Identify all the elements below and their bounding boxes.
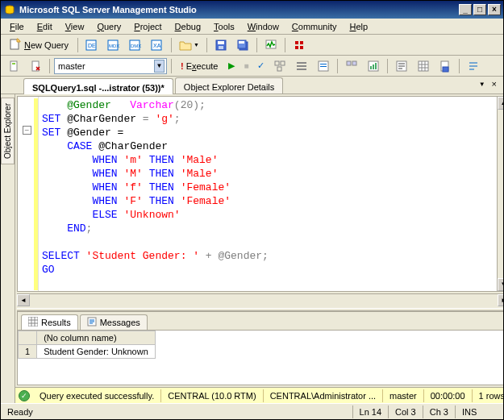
- db-info: master: [383, 389, 424, 402]
- scroll-right-icon[interactable]: ►: [498, 294, 504, 306]
- svg-rect-19: [295, 46, 298, 49]
- maximize-button[interactable]: □: [473, 4, 486, 15]
- open-file-button[interactable]: ▼: [176, 36, 202, 54]
- horizontal-scrollbar[interactable]: ◄ ►: [17, 293, 504, 306]
- svg-rect-33: [347, 61, 351, 65]
- query-status-message: Query executed successfully.: [33, 389, 161, 402]
- menu-file[interactable]: File: [4, 20, 30, 33]
- success-icon: ✓: [19, 390, 30, 401]
- svg-rect-28: [297, 65, 306, 67]
- debug-button[interactable]: ▶: [225, 57, 238, 75]
- menu-bar: File Edit View Query Project Debug Tools…: [1, 19, 503, 35]
- active-files-dropdown-icon[interactable]: ▼: [477, 79, 487, 89]
- new-mdx-query-button[interactable]: MDX: [104, 36, 123, 54]
- messages-tab[interactable]: Messages: [80, 314, 148, 330]
- svg-rect-26: [277, 67, 281, 71]
- window-title: Microsoft SQL Server Management Studio: [19, 5, 457, 15]
- svg-rect-36: [370, 66, 372, 69]
- new-xmla-query-button[interactable]: XA: [148, 36, 167, 54]
- sql-editor-toolbar: master ▼ ! Execute ▶ ■ ✓: [1, 56, 503, 77]
- query-options-button[interactable]: [292, 57, 311, 75]
- scroll-up-icon[interactable]: ▲: [498, 97, 504, 110]
- svg-text:XA: XA: [153, 43, 161, 48]
- messages-icon: [87, 317, 97, 328]
- cancel-executing-button[interactable]: ■: [240, 57, 252, 75]
- svg-text:DE: DE: [88, 43, 96, 48]
- standard-toolbar: New Query DE MDX DMX XA ▼: [1, 35, 503, 56]
- parse-button[interactable]: ✓: [254, 57, 268, 75]
- display-estimated-plan-button[interactable]: [270, 57, 289, 75]
- new-de-query-button[interactable]: DE: [82, 36, 102, 54]
- scroll-left-icon[interactable]: ◄: [17, 294, 30, 306]
- fold-icon[interactable]: −: [23, 126, 31, 135]
- include-actual-plan-button[interactable]: [342, 57, 361, 75]
- menu-view[interactable]: View: [60, 20, 90, 33]
- work-area: Object Explorer − @Gender Varchar(20); S…: [1, 94, 503, 403]
- minimize-button[interactable]: _: [459, 4, 472, 15]
- svg-rect-38: [375, 63, 377, 69]
- menu-window[interactable]: Window: [242, 20, 285, 33]
- svg-rect-25: [281, 61, 285, 65]
- svg-rect-24: [275, 61, 279, 65]
- object-explorer-tab[interactable]: Object Explorer: [1, 98, 15, 164]
- new-query-button[interactable]: New Query: [4, 36, 73, 54]
- column-header[interactable]: (No column name): [37, 331, 156, 345]
- menu-help[interactable]: Help: [344, 20, 374, 33]
- new-query-icon: [9, 38, 22, 52]
- status-ch: Ch 3: [423, 405, 455, 418]
- svg-rect-21: [10, 61, 17, 71]
- svg-rect-27: [297, 62, 306, 64]
- execute-icon: !: [181, 61, 184, 71]
- tab-sqlquery1[interactable]: SQLQuery1.sql -...istrator (53))*: [23, 78, 173, 94]
- intellisense-button[interactable]: [314, 57, 333, 75]
- svg-rect-32: [320, 66, 327, 67]
- change-connection-button[interactable]: [26, 57, 45, 75]
- vertical-scrollbar[interactable]: ▲ ▼: [497, 97, 504, 291]
- menu-project[interactable]: Project: [128, 20, 167, 33]
- status-line: Ln 14: [352, 405, 389, 418]
- svg-rect-40: [419, 61, 428, 71]
- svg-rect-31: [320, 64, 327, 64]
- menu-debug[interactable]: Debug: [169, 20, 206, 33]
- database-selected: master: [58, 61, 85, 71]
- database-dropdown[interactable]: master ▼: [54, 58, 167, 74]
- include-statistics-button[interactable]: [364, 57, 383, 75]
- svg-rect-15: [239, 41, 244, 44]
- save-button[interactable]: [211, 36, 231, 54]
- svg-rect-29: [297, 69, 306, 70]
- results-to-grid-button[interactable]: [414, 57, 433, 75]
- editor-content[interactable]: @Gender Varchar(20); SET @CharGender = '…: [39, 97, 497, 291]
- results-to-text-button[interactable]: [392, 57, 411, 75]
- comment-lines-button[interactable]: [464, 57, 483, 75]
- svg-rect-43: [28, 317, 38, 326]
- menu-edit[interactable]: Edit: [31, 20, 58, 33]
- elapsed-time: 00:00:00: [424, 389, 473, 402]
- row-number: 1: [19, 345, 37, 359]
- menu-tools[interactable]: Tools: [208, 20, 240, 33]
- menu-query[interactable]: Query: [91, 20, 127, 33]
- close-tab-icon[interactable]: ×: [490, 79, 498, 89]
- new-query-label: ew Query: [31, 40, 69, 50]
- status-ready: Ready: [1, 405, 275, 418]
- results-grid[interactable]: (No column name) 1 Student Gender: Unkno…: [18, 330, 504, 385]
- activity-monitor-button[interactable]: [261, 36, 281, 54]
- title-bar: Microsoft SQL Server Management Studio _…: [1, 1, 503, 19]
- close-button[interactable]: ×: [488, 4, 501, 15]
- results-to-file-button[interactable]: [435, 57, 455, 75]
- status-col: Col 3: [388, 405, 423, 418]
- new-dmx-query-button[interactable]: DMX: [126, 36, 145, 54]
- user-info: CENTRAL\Administrator ...: [264, 389, 383, 402]
- menu-community[interactable]: Community: [286, 20, 343, 33]
- results-tab[interactable]: Results: [21, 314, 78, 330]
- svg-rect-42: [443, 67, 448, 72]
- svg-rect-17: [295, 41, 298, 44]
- code-editor[interactable]: − @Gender Varchar(20); SET @CharGender =…: [17, 96, 504, 292]
- tab-object-explorer-details[interactable]: Object Explorer Details: [175, 77, 284, 94]
- execute-button[interactable]: ! Execute: [176, 57, 223, 75]
- save-all-button[interactable]: [233, 36, 252, 54]
- connect-button[interactable]: [4, 57, 23, 75]
- results-pane: Results Messages (No column name) 1 Stud…: [17, 311, 504, 385]
- registered-servers-button[interactable]: [289, 36, 309, 54]
- table-row[interactable]: 1 Student Gender: Unknown: [19, 345, 156, 359]
- scroll-down-icon[interactable]: ▼: [498, 278, 504, 291]
